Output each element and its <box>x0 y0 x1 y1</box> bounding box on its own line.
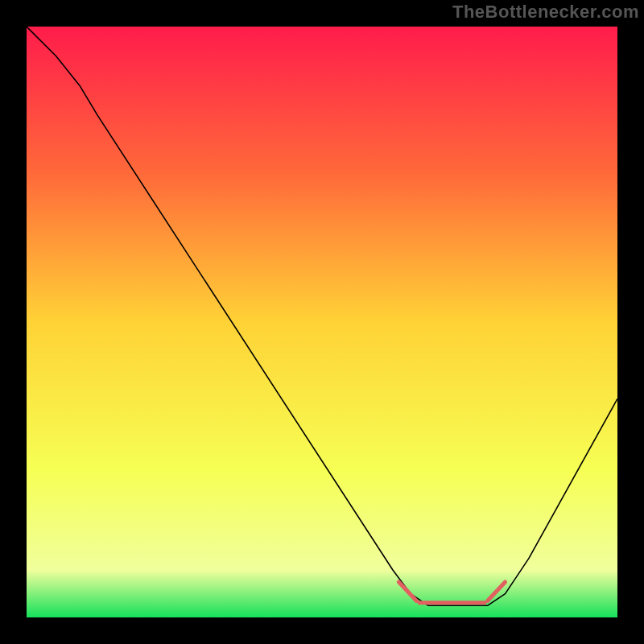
plot-svg <box>27 27 617 617</box>
chart-frame: TheBottlenecker.com <box>0 0 644 644</box>
plot-area <box>27 27 617 617</box>
gradient-background <box>27 27 617 617</box>
watermark-text: TheBottlenecker.com <box>452 2 639 23</box>
